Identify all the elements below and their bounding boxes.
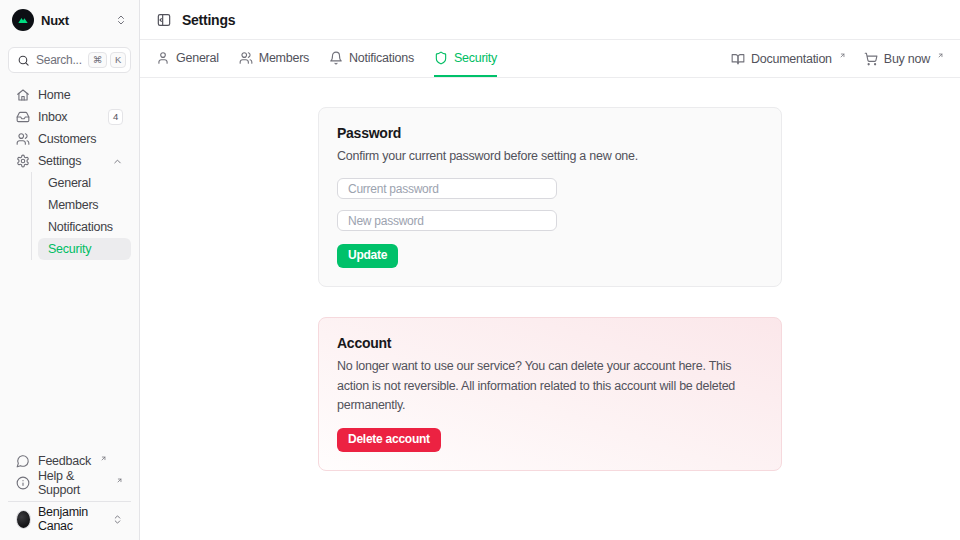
tab-general[interactable]: General [156,40,219,77]
sidebar-footer: Feedback Help & Support Benjamin Canac [0,450,139,540]
user-name: Benjamin Canac [38,505,105,533]
sidebar-nav: Home Inbox 4 Customers Settings [0,84,139,260]
home-icon [16,88,30,102]
chevrons-up-down-icon [115,14,127,26]
nuxt-logo [12,9,34,31]
settings-security-content: Password Confirm your current password b… [140,78,960,540]
buy-now-link[interactable]: Buy now [864,52,944,66]
tab-label: General [176,51,219,65]
workspace-name: Nuxt [41,13,69,28]
bell-icon [329,51,343,65]
external-link-icon [100,455,107,462]
user-menu[interactable]: Benjamin Canac [8,501,131,536]
tab-security[interactable]: Security [434,40,497,77]
tab-label: Notifications [349,51,414,65]
documentation-label: Documentation [751,52,832,66]
inbox-icon [16,110,30,124]
avatar [16,510,31,529]
sidebar-item-label: Inbox [38,110,67,124]
help-support-label: Help & Support [38,469,107,497]
app-window: Nuxt Search... ⌘ K Home [0,0,960,540]
gear-icon [16,154,30,168]
user-icon [156,51,170,65]
sidebar-item-label: Members [48,198,98,212]
page-header: Settings [140,0,960,40]
search-shortcut: ⌘ K [88,52,126,67]
external-link-icon [937,52,944,59]
search-icon [17,54,30,67]
update-password-button[interactable]: Update [337,244,398,268]
sidebar-item-label: Customers [38,132,96,146]
tab-label: Security [454,51,497,65]
sidebar-item-members[interactable]: Members [38,194,131,216]
panel-left-icon[interactable] [156,12,172,28]
sidebar-item-notifications[interactable]: Notifications [38,216,131,238]
external-link-icon [116,477,123,484]
account-card-description: No longer want to use our service? You c… [337,357,763,415]
sidebar-item-settings[interactable]: Settings [8,150,131,172]
password-card-description: Confirm your current password before set… [337,147,763,166]
sidebar-item-label: General [48,176,91,190]
search-input[interactable]: Search... ⌘ K [8,47,131,73]
account-card-title: Account [337,335,763,351]
password-card: Password Confirm your current password b… [318,107,782,287]
kbd-k: K [110,52,126,67]
kbd-meta: ⌘ [88,52,107,67]
workspace-switcher[interactable]: Nuxt [0,0,139,40]
sidebar: Nuxt Search... ⌘ K Home [0,0,140,540]
sidebar-item-security[interactable]: Security [38,238,131,260]
account-card: Account No longer want to use our servic… [318,317,782,471]
tab-label: Members [259,51,309,65]
feedback-label: Feedback [38,454,91,468]
new-password-field[interactable] [337,210,557,231]
sidebar-item-label: Home [38,88,70,102]
book-open-icon [731,52,745,66]
users-icon [239,51,253,65]
inbox-count-badge: 4 [108,109,123,124]
main-panel: Settings General Members Notifications [140,0,960,540]
password-card-title: Password [337,125,763,141]
sidebar-item-home[interactable]: Home [8,84,131,106]
chevron-up-icon [112,156,123,167]
sidebar-item-customers[interactable]: Customers [8,128,131,150]
sidebar-item-label: Settings [38,154,81,168]
chevrons-up-down-icon [112,514,123,525]
sidebar-item-label: Security [48,242,91,256]
header-links: Documentation Buy now [731,40,944,77]
sidebar-spacer [0,260,139,450]
tab-notifications[interactable]: Notifications [329,40,414,77]
sidebar-item-label: Notifications [48,220,113,234]
settings-submenu: General Members Notifications Security [31,172,131,260]
info-icon [16,476,30,490]
documentation-link[interactable]: Documentation [731,52,846,66]
sidebar-item-inbox[interactable]: Inbox 4 [8,106,131,128]
search-placeholder: Search... [36,53,82,67]
customers-icon [16,132,30,146]
external-link-icon [839,52,846,59]
chat-bubble-icon [16,454,30,468]
page-title: Settings [182,12,235,28]
shield-icon [434,51,448,65]
tab-members[interactable]: Members [239,40,309,77]
settings-tabbar: General Members Notifications Security [140,40,960,78]
delete-account-button[interactable]: Delete account [337,428,441,452]
buy-now-label: Buy now [884,52,930,66]
cart-icon [864,52,878,66]
current-password-field[interactable] [337,178,557,199]
help-support-link[interactable]: Help & Support [8,472,131,494]
sidebar-item-general[interactable]: General [38,172,131,194]
